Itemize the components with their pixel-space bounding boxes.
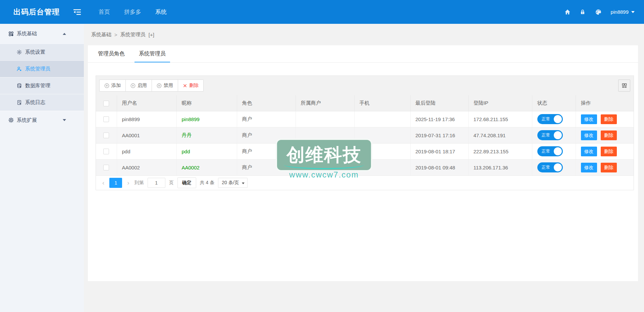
cell-login-ip: 113.206.171.36 — [468, 159, 532, 175]
status-toggle[interactable]: 正常 — [537, 146, 563, 156]
table-row: AA0001 丹丹 商户 2019-07-31 17:16 47.74.208.… — [96, 127, 634, 143]
edit-button[interactable]: 修改 — [581, 163, 597, 172]
toggle-knob — [554, 115, 562, 123]
select-all-checkbox[interactable] — [103, 101, 109, 106]
breadcrumb-expand[interactable]: [+] — [149, 32, 154, 38]
col-role: 角色 — [237, 95, 296, 111]
sidebar-item-label: 系统日志 — [25, 99, 45, 106]
cell-nickname[interactable]: AA0002 — [182, 165, 200, 170]
cell-nickname[interactable]: pin8899 — [182, 116, 200, 122]
sidebar-item-admins[interactable]: 系统管理员 — [0, 60, 84, 77]
top-menu-pdd[interactable]: 拼多多 — [117, 0, 148, 24]
expand-arrow-icon — [63, 119, 66, 121]
plus-circle-icon — [104, 83, 109, 88]
sidebar-item-settings[interactable]: 系统设置 — [0, 44, 84, 60]
theme-palette-icon[interactable] — [595, 9, 601, 15]
confirm-page-button[interactable]: 确定 — [177, 177, 196, 188]
cell-nickname[interactable]: pdd — [182, 149, 190, 154]
row-delete-button[interactable]: 删除 — [601, 114, 617, 124]
chevron-down-icon — [242, 183, 245, 184]
cell-phone — [354, 111, 410, 127]
cell-nickname[interactable]: 丹丹 — [182, 132, 192, 138]
cell-merchant — [296, 159, 354, 175]
pagination: ‹ 1 › 到第 页 确定 共 4 条 20 条/页 — [96, 176, 634, 190]
sidebar-item-label: 系统设置 — [25, 49, 45, 55]
goto-label: 到第 — [135, 180, 144, 186]
row-checkbox[interactable] — [103, 149, 109, 154]
sidebar-item-database[interactable]: 数据库管理 — [0, 77, 84, 94]
cell-last-login: 2019-08-01 09:48 — [410, 159, 468, 175]
edit-button[interactable]: 修改 — [581, 131, 597, 140]
status-toggle[interactable]: 正常 — [537, 162, 563, 172]
tab-bar: 管理员角色 系统管理员 — [88, 45, 638, 63]
delete-button[interactable]: 删除 — [178, 80, 204, 92]
tab-system-admins[interactable]: 系统管理员 — [132, 45, 173, 62]
cell-merchant — [296, 143, 354, 159]
add-button[interactable]: 添加 — [99, 80, 126, 92]
cell-merchant — [296, 111, 354, 127]
cell-username: AA0001 — [117, 127, 176, 143]
main-area: 系统基础 > 系统管理员 [+] 管理员角色 系统管理员 添加 — [84, 24, 644, 312]
columns-icon — [622, 83, 627, 89]
sidebar-item-logs[interactable]: 系统日志 — [0, 94, 84, 111]
col-login-ip: 登陆IP — [468, 95, 532, 111]
cell-last-login: 2019-08-01 18:17 — [410, 143, 468, 159]
col-last-login: 最后登陆 — [410, 95, 468, 111]
breadcrumb: 系统基础 > 系统管理员 [+] — [84, 24, 644, 45]
cell-username: pin8899 — [117, 111, 176, 127]
status-toggle[interactable]: 正常 — [537, 114, 563, 124]
top-menu-home[interactable]: 首页 — [92, 0, 117, 24]
row-checkbox[interactable] — [103, 133, 109, 138]
collapse-arrow-icon — [63, 33, 66, 35]
cell-role: 商户 — [237, 159, 296, 175]
cell-role: 商户 — [237, 111, 296, 127]
cell-merchant — [296, 127, 354, 143]
col-actions: 操作 — [576, 95, 634, 111]
breadcrumb-separator: > — [114, 32, 117, 38]
navbar-right: pin8899 — [565, 0, 635, 24]
sidebar-item-label: 数据库管理 — [25, 83, 50, 89]
row-delete-button[interactable]: 删除 — [601, 147, 617, 156]
row-checkbox[interactable] — [103, 116, 109, 122]
col-username: 用户名 — [117, 95, 176, 111]
cell-login-ip: 222.89.213.155 — [468, 143, 532, 159]
edit-button[interactable]: 修改 — [581, 114, 597, 124]
x-icon — [183, 84, 187, 88]
cell-role: 商户 — [237, 127, 296, 143]
gear-icon — [17, 50, 22, 55]
goto-page-input[interactable] — [148, 178, 165, 188]
row-delete-button[interactable]: 删除 — [601, 131, 617, 140]
disable-button[interactable]: 禁用 — [152, 80, 178, 92]
cell-login-ip: 172.68.211.155 — [468, 111, 532, 127]
user-dropdown[interactable]: pin8899 — [611, 9, 635, 15]
edit-button[interactable]: 修改 — [581, 147, 597, 156]
page-size-select[interactable]: 20 条/页 — [218, 178, 247, 188]
column-filter-button[interactable] — [618, 80, 630, 92]
row-checkbox[interactable] — [103, 165, 109, 170]
prev-page-icon[interactable]: ‹ — [101, 179, 106, 186]
cell-last-login: 2019-07-31 17:16 — [410, 127, 468, 143]
lock-icon[interactable] — [580, 9, 586, 15]
sidebar-group-system-base[interactable]: 系统基础 — [0, 24, 84, 44]
enable-button[interactable]: 启用 — [125, 80, 152, 92]
status-toggle[interactable]: 正常 — [537, 130, 563, 140]
cell-last-login: 2025-11-19 17:36 — [410, 111, 468, 127]
cell-login-ip: 47.74.208.191 — [468, 127, 532, 143]
sidebar-group-system-ext[interactable]: 系统扩展 — [0, 111, 84, 129]
current-page-button[interactable]: 1 — [109, 178, 122, 188]
table-row: pin8899 pin8899 商户 2025-11-19 17:36 172.… — [96, 111, 634, 127]
home-icon[interactable] — [565, 9, 571, 15]
tab-admin-roles[interactable]: 管理员角色 — [91, 45, 132, 62]
gear-solid-icon — [8, 117, 14, 123]
top-menu: 首页 拼多多 系统 — [92, 0, 174, 24]
cell-phone — [354, 143, 410, 159]
toggle-knob — [554, 131, 562, 139]
breadcrumb-level2[interactable]: 系统管理员 — [120, 32, 146, 38]
next-page-icon[interactable]: › — [126, 179, 130, 186]
top-menu-system[interactable]: 系统 — [148, 0, 174, 24]
row-delete-button[interactable]: 删除 — [601, 163, 617, 172]
collapse-sidebar-icon[interactable] — [72, 8, 82, 16]
breadcrumb-level1[interactable]: 系统基础 — [91, 32, 111, 38]
top-navbar: 出码后台管理 首页 拼多多 系统 pin8899 — [0, 0, 644, 24]
page-unit-label: 页 — [169, 180, 174, 186]
